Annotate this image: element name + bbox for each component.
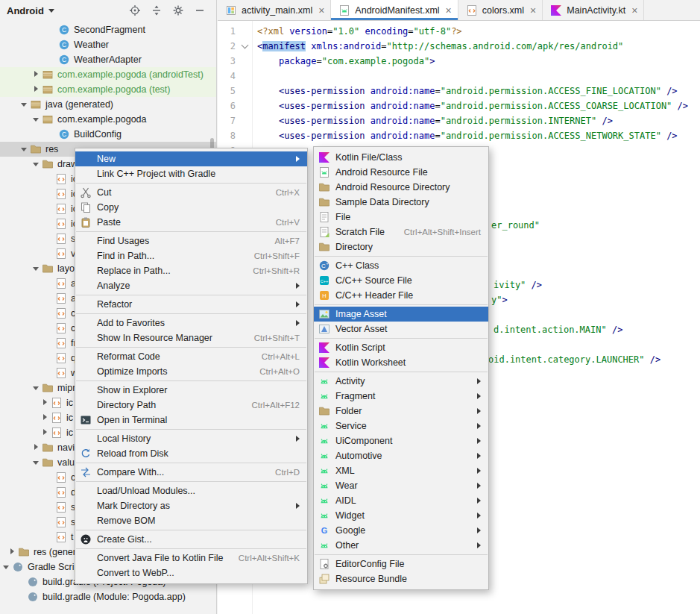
- expand-arrow-icon[interactable]: [30, 67, 42, 82]
- expand-arrow-icon[interactable]: [30, 157, 42, 172]
- menu-item-show-in-resource-manager[interactable]: Show In Resource ManagerCtrl+Shift+T: [75, 331, 307, 345]
- menu-item-vector-asset[interactable]: Vector Asset: [314, 322, 488, 336]
- menu-item-label: Activity: [335, 376, 365, 386]
- menu-item-add-to-favorites[interactable]: Add to Favorites: [75, 316, 307, 331]
- expand-arrow-icon[interactable]: [18, 97, 30, 112]
- fold-arrow-icon[interactable]: [242, 42, 249, 49]
- menu-item-refactor[interactable]: Refactor: [75, 297, 307, 312]
- menu-item-link-c-project-with-gradle[interactable]: Link C++ Project with Gradle: [75, 166, 307, 181]
- menu-item-activity[interactable]: Activity: [314, 374, 488, 389]
- expand-arrow-icon[interactable]: [39, 425, 51, 440]
- menu-item-folder[interactable]: Folder: [314, 404, 488, 419]
- menu-item-automotive[interactable]: Automotive: [314, 448, 488, 463]
- menu-item-show-in-explorer[interactable]: Show in Explorer: [75, 383, 307, 398]
- menu-item-find-usages[interactable]: Find UsagesAlt+F7: [75, 234, 307, 248]
- close-icon[interactable]: ×: [631, 5, 637, 16]
- menu-item-kotlin-file-class[interactable]: Kotlin File/Class: [314, 150, 488, 165]
- menu-item-convert-to-webp[interactable]: Convert to WebP...: [75, 566, 307, 580]
- menu-item-c-c-header-file[interactable]: HC/C++ Header File: [314, 288, 488, 303]
- menu-item-widget[interactable]: Widget: [314, 508, 488, 523]
- tree-item-com-example-pogoda[interactable]: com.example.pogoda: [0, 112, 216, 127]
- menu-item-google[interactable]: GGoogle: [314, 523, 488, 538]
- menu-item-directory[interactable]: Directory: [314, 239, 488, 254]
- menu-item-remove-bom[interactable]: Remove BOM: [75, 513, 307, 528]
- expand-arrow-icon[interactable]: [30, 455, 42, 470]
- tree-item-weatheradapter[interactable]: CWeatherAdapter: [0, 52, 216, 67]
- tree-item-weather[interactable]: CWeather: [0, 37, 216, 52]
- tree-item-build-gradle-module-pogoda-app[interactable]: build.gradle (Module: Pogoda.app): [0, 589, 216, 604]
- expand-arrow-icon[interactable]: [30, 440, 42, 455]
- menu-item-uicomponent[interactable]: UiComponent: [314, 433, 488, 448]
- paste-icon: [80, 216, 93, 228]
- menu-item-load-unload-modules[interactable]: Load/Unload Modules...: [75, 483, 307, 498]
- menu-item-wear[interactable]: Wear: [314, 478, 488, 493]
- menu-item-service[interactable]: Service: [314, 419, 488, 433]
- menu-item-c-class[interactable]: C+C++ Class: [314, 258, 488, 273]
- menu-item-reload-from-disk[interactable]: Reload from Disk: [75, 446, 307, 461]
- menu-item-open-in-terminal[interactable]: Open in Terminal: [75, 413, 307, 427]
- menu-item-android-resource-directory[interactable]: Android Resource Directory: [314, 180, 488, 195]
- menu-item-fragment[interactable]: Fragment: [314, 389, 488, 404]
- tree-item-buildconfig[interactable]: CBuildConfig: [0, 127, 216, 142]
- tree-indent: [0, 418, 39, 419]
- tab-mainactivity-kt[interactable]: MainActivity.kt×: [543, 0, 644, 20]
- menu-item-resource-bundle[interactable]: Resource Bundle: [314, 571, 488, 586]
- tree-item-label: build.gradle (Module: Pogoda.app): [42, 592, 186, 602]
- tree-item-com-example-pogoda-androidtest[interactable]: com.example.pogoda (androidTest): [0, 67, 216, 82]
- expand-arrow-icon[interactable]: [39, 410, 51, 425]
- menu-item-other[interactable]: Other: [314, 538, 488, 553]
- menu-item-kotlin-script[interactable]: Kotlin Script: [314, 340, 488, 355]
- menu-item-copy[interactable]: Copy: [75, 200, 307, 215]
- menu-item-scratch-file[interactable]: Scratch FileCtrl+Alt+Shift+Insert: [314, 225, 488, 239]
- menu-item-image-asset[interactable]: Image Asset: [314, 307, 488, 322]
- menu-item-replace-in-path[interactable]: Replace in Path...Ctrl+Shift+R: [75, 263, 307, 278]
- menu-item-sample-data-directory[interactable]: Sample Data Directory: [314, 195, 488, 210]
- tab-colors-xml[interactable]: colors.xml×: [458, 0, 543, 20]
- menu-item-cut[interactable]: CutCtrl+X: [75, 185, 307, 200]
- android-icon: [318, 480, 332, 492]
- menu-item-label: Copy: [97, 202, 119, 213]
- menu-item-mark-directory-as[interactable]: Mark Directory as: [75, 498, 307, 513]
- expand-arrow-icon[interactable]: [18, 142, 30, 157]
- expand-arrow-icon[interactable]: [0, 560, 12, 574]
- menu-item-convert-java-file-to-kotlin-file[interactable]: Convert Java File to Kotlin FileCtrl+Alt…: [75, 551, 307, 566]
- close-icon[interactable]: ×: [318, 5, 324, 16]
- expand-arrow-icon[interactable]: [30, 261, 42, 276]
- menu-item-directory-path[interactable]: Directory PathCtrl+Alt+F12: [75, 398, 307, 413]
- menu-item-reformat-code[interactable]: Reformat CodeCtrl+Alt+L: [75, 349, 307, 364]
- menu-item-new[interactable]: New: [75, 151, 307, 166]
- menu-item-editorconfig-file[interactable]: EditorConfig File: [314, 557, 488, 571]
- tree-item-com-example-pogoda-test[interactable]: com.example.pogoda (test): [0, 82, 216, 97]
- tab-androidmanifest-xml[interactable]: AndroidManifest.xml×: [331, 0, 458, 20]
- menu-item-android-resource-file[interactable]: Android Resource File: [314, 165, 488, 180]
- tree-item-secondfragment[interactable]: CSecondFragment: [0, 22, 216, 37]
- menu-item-optimize-imports[interactable]: Optimize ImportsCtrl+Alt+O: [75, 364, 307, 379]
- collapse-all-icon[interactable]: [151, 4, 163, 16]
- expand-arrow-icon[interactable]: [30, 82, 42, 97]
- menu-item-compare-with[interactable]: Compare With...Ctrl+D: [75, 465, 307, 480]
- expand-arrow-icon[interactable]: [30, 380, 42, 395]
- menu-item-file[interactable]: File: [314, 210, 488, 225]
- expand-arrow-icon[interactable]: [30, 112, 42, 127]
- menu-item-find-in-path[interactable]: Find in Path...Ctrl+Shift+F: [75, 248, 307, 263]
- target-icon[interactable]: [129, 4, 141, 16]
- gradle-icon: [27, 576, 39, 588]
- gear-icon[interactable]: [172, 4, 184, 16]
- menu-item-local-history[interactable]: Local History: [75, 431, 307, 446]
- project-view-selector[interactable]: Android: [7, 5, 54, 16]
- expand-arrow-icon[interactable]: [6, 545, 18, 560]
- menu-item-paste[interactable]: PasteCtrl+V: [75, 215, 307, 230]
- menu-item-analyze[interactable]: Analyze: [75, 278, 307, 293]
- tab-activity-main-xml[interactable]: activity_main.xml×: [218, 0, 331, 20]
- tree-item-java-generated[interactable]: java (generated): [0, 97, 216, 112]
- menu-item-aidl[interactable]: AIDL: [314, 493, 488, 508]
- menu-item-c-c-source-file[interactable]: C++C/C++ Source File: [314, 273, 488, 288]
- menu-item-xml[interactable]: XML: [314, 463, 488, 478]
- menu-item-kotlin-worksheet[interactable]: Kotlin Worksheet: [314, 355, 488, 370]
- expand-arrow-icon[interactable]: [39, 395, 51, 410]
- hide-panel-icon[interactable]: [194, 4, 206, 16]
- menu-item-create-gist[interactable]: Create Gist...: [75, 532, 307, 547]
- tree-arrow-spacer: [43, 231, 55, 246]
- close-icon[interactable]: ×: [446, 5, 452, 16]
- close-icon[interactable]: ×: [530, 5, 536, 16]
